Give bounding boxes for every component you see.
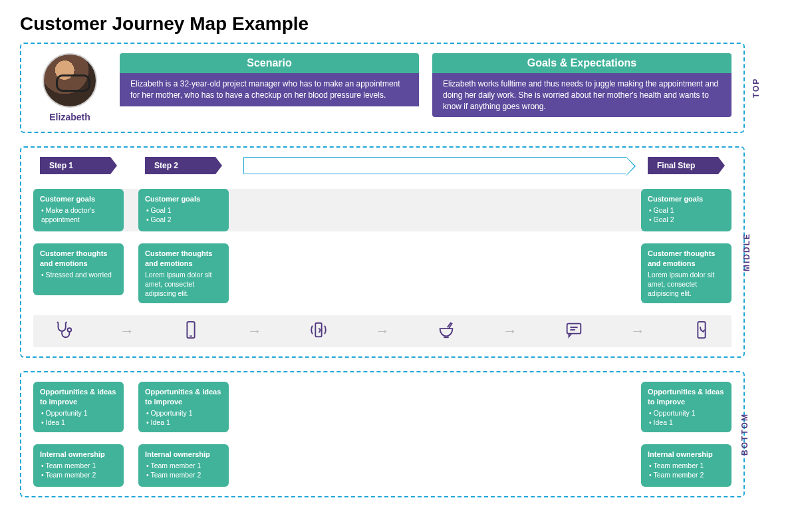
step1-opps-list: Opportunity 1 Idea 1 [40, 408, 117, 427]
zone-label-bottom: BOTTOM [740, 413, 749, 456]
goals-card: Goals & Expectations Elizabeth works ful… [432, 53, 732, 117]
list-item: Goal 1 [649, 205, 725, 215]
step2-owner-card: Internal ownership Team member 1 Team me… [138, 444, 229, 487]
step2-goals-list: Goal 1 Goal 2 [145, 205, 222, 224]
step1-goals-list: Make a doctor's appointment [40, 205, 117, 224]
step1-goals-card: Customer goals Make a doctor's appointme… [33, 189, 124, 231]
phone-ring-icon [309, 320, 329, 342]
step1-thoughts-list: Stressed and worried [40, 270, 117, 279]
list-item: Opportunity 1 [41, 408, 117, 418]
step2-thoughts-title: Customer thoughts and emotions [145, 249, 222, 269]
final-owner-list: Team member 1 Team member 2 [648, 461, 725, 479]
list-item: Goal 1 [146, 205, 222, 215]
mortar-icon [436, 320, 456, 342]
step2-opps-title: Opportunities & ideas to improve [145, 387, 222, 407]
step1-owner-card: Internal ownership Team member 1 Team me… [33, 444, 124, 487]
step1-thoughts-card: Customer thoughts and emotions Stressed … [33, 243, 124, 295]
list-item: Team member 1 [41, 461, 117, 470]
list-item: Stressed and worried [41, 270, 117, 279]
list-item: Team member 2 [146, 470, 222, 479]
step2-owner-title: Internal ownership [145, 450, 222, 460]
final-thoughts-title: Customer thoughts and emotions [648, 249, 725, 269]
scenario-heading: Scenario [120, 53, 419, 73]
final-step-chevron: Final Step [648, 157, 718, 174]
avatar [43, 53, 97, 108]
step1-opps-card: Opportunities & ideas to improve Opportu… [33, 382, 124, 432]
step2-goals-card: Customer goals Goal 1 Goal 2 [138, 189, 229, 231]
step2-thoughts-body: Lorem ipsum dolor sit amet, consectet ad… [145, 270, 222, 299]
final-owner-card: Internal ownership Team member 1 Team me… [641, 444, 732, 487]
step2-opps-list: Opportunity 1 Idea 1 [145, 408, 222, 427]
chat-icon [564, 320, 584, 342]
step1-owner-list: Team member 1 Team member 2 [40, 461, 117, 479]
zone-label-top: TOP [751, 78, 761, 98]
list-item: Team member 2 [41, 470, 117, 479]
step-1-chevron: Step 1 [40, 157, 110, 174]
final-goals-list: Goal 1 Goal 2 [648, 205, 725, 224]
zone-bottom: BOTTOM Opportunities & ideas to improve … [20, 371, 745, 497]
arrow-icon: → [247, 323, 262, 340]
ellipsis-chevron [243, 157, 626, 174]
final-thoughts-body: Lorem ipsum dolor sit amet, consectet ad… [648, 270, 725, 299]
step1-owner-title: Internal ownership [40, 450, 117, 460]
arrow-icon: → [503, 323, 517, 340]
phone-icon [181, 320, 201, 342]
final-thoughts-card: Customer thoughts and emotions Lorem ips… [641, 243, 732, 303]
final-owner-title: Internal ownership [648, 450, 725, 460]
stethoscope-icon [53, 320, 73, 342]
final-opps-title: Opportunities & ideas to improve [648, 387, 725, 407]
list-item: Team member 2 [649, 470, 725, 479]
step2-opps-card: Opportunities & ideas to improve Opportu… [138, 382, 229, 432]
goals-heading: Goals & Expectations [432, 53, 732, 73]
list-item: Goal 2 [649, 215, 725, 224]
persona-block: Elizabeth [33, 53, 106, 122]
list-item: Idea 1 [649, 418, 725, 427]
final-opps-list: Opportunity 1 Idea 1 [648, 408, 725, 427]
svg-point-0 [68, 328, 72, 332]
step1-thoughts-title: Customer thoughts and emotions [40, 249, 117, 269]
arrow-icon: → [375, 323, 390, 340]
step1-goals-title: Customer goals [40, 194, 117, 204]
final-goals-title: Customer goals [648, 194, 725, 204]
list-item: Make a doctor's appointment [41, 205, 117, 224]
zone-label-middle: MIDDLE [742, 233, 751, 271]
step-2-chevron: Step 2 [145, 157, 215, 174]
final-goals-card: Customer goals Goal 1 Goal 2 [641, 189, 732, 231]
goals-body: Elizabeth works fulltime and thus needs … [432, 73, 732, 117]
zone-top: TOP Elizabeth Scenario Elizabeth is a 32… [20, 43, 745, 133]
list-item: Team member 1 [649, 461, 725, 470]
list-item: Idea 1 [146, 418, 222, 427]
step1-opps-title: Opportunities & ideas to improve [40, 387, 117, 407]
page-title: Customer Journey Map Example [20, 13, 778, 35]
list-item: Opportunity 1 [146, 408, 222, 418]
list-item: Opportunity 1 [649, 408, 725, 418]
zone-middle: MIDDLE Step 1 Step 2 Final Step Customer… [20, 146, 745, 358]
touchpoint-strip: → → → → → [33, 315, 732, 347]
svg-rect-4 [567, 324, 581, 334]
list-item: Idea 1 [41, 418, 117, 427]
step2-thoughts-card: Customer thoughts and emotions Lorem ips… [138, 243, 229, 303]
arrow-icon: → [630, 323, 645, 340]
persona-name: Elizabeth [33, 112, 106, 122]
scenario-body: Elizabeth is a 32-year-old project manag… [120, 73, 419, 106]
step2-owner-list: Team member 1 Team member 2 [145, 461, 222, 479]
final-opps-card: Opportunities & ideas to improve Opportu… [641, 382, 732, 432]
phone-call-icon [692, 320, 712, 342]
step2-goals-title: Customer goals [145, 194, 222, 204]
arrow-icon: → [120, 323, 134, 340]
scenario-card: Scenario Elizabeth is a 32-year-old proj… [120, 53, 419, 112]
list-item: Goal 2 [146, 215, 222, 224]
list-item: Team member 1 [146, 461, 222, 470]
